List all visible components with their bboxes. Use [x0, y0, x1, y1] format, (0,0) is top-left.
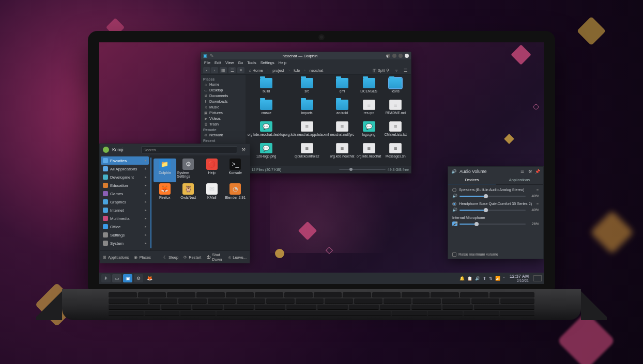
dolphin-titlebar[interactable]: ▣ ✎ neochat — Dolphin ▾ — [201, 52, 411, 59]
leave-button[interactable]: ⎋Leave... — [228, 255, 247, 260]
split-button[interactable]: ◫ Split — [375, 67, 382, 73]
tab-places[interactable]: ◉Places — [134, 255, 151, 260]
place-documents[interactable]: 🗎Documents — [203, 93, 243, 99]
task-systemsettings[interactable]: ⚙ — [134, 274, 143, 282]
mic-slider[interactable] — [460, 224, 526, 225]
tray-expand-icon[interactable]: ˄ — [503, 276, 505, 281]
launcher-button[interactable]: ✳ — [101, 274, 111, 282]
file-item[interactable]: build — [248, 78, 285, 100]
mute-icon[interactable]: 🔊 — [452, 194, 457, 198]
file-item[interactable]: ≡org.kde.neochat — [329, 143, 356, 165]
app-dolphin[interactable]: 📁Dolphin — [154, 159, 176, 182]
volume-tray-icon[interactable]: 🔊 — [475, 276, 480, 281]
file-item[interactable]: ≡org.kde.neochat — [356, 143, 382, 165]
menu-help[interactable]: Help — [279, 60, 286, 65]
place-home[interactable]: ⌂Home — [203, 82, 243, 87]
file-item[interactable]: 💬org.kde.neochat.desktop — [248, 121, 285, 143]
file-item[interactable]: ≡CMakeLists.txt — [382, 121, 409, 143]
menu-edit[interactable]: Edit — [215, 60, 221, 65]
menu-view[interactable]: View — [225, 60, 234, 65]
network-icon[interactable]: ⇅ — [489, 276, 493, 281]
crumb-kde[interactable]: kde — [292, 68, 301, 73]
search-icon[interactable]: ⚲ — [384, 67, 391, 73]
mute-icon[interactable]: 🔊 — [452, 208, 457, 212]
file-item[interactable]: ≡Messages.sh — [382, 143, 409, 165]
category-multimedia[interactable]: Multimedia▸ — [101, 214, 149, 223]
clock[interactable]: 12:37 AM2/10/21 — [510, 274, 529, 282]
place-music[interactable]: ♫Music — [203, 104, 243, 110]
file-item[interactable]: icons — [382, 78, 409, 100]
pager-button[interactable]: ▭ — [112, 274, 121, 282]
restart-button[interactable]: ⟳Restart — [183, 255, 201, 260]
category-games[interactable]: Games▸ — [101, 189, 149, 198]
zoom-slider[interactable] — [339, 169, 386, 170]
app-konsole[interactable]: >_Konsole — [224, 159, 247, 182]
app-blender-2.91[interactable]: ◔Blender 2.91 — [224, 183, 247, 207]
tab-devices[interactable]: Devices — [448, 176, 496, 184]
category-education[interactable]: Education▸ — [101, 181, 149, 189]
task-firefox[interactable]: 🦊 — [145, 274, 154, 282]
tab-applications[interactable]: Applications — [496, 176, 543, 184]
category-office[interactable]: Office▸ — [101, 223, 149, 231]
hamburger-icon[interactable]: ☰ — [402, 67, 409, 73]
back-button[interactable]: ‹ — [203, 67, 210, 73]
place-downloads[interactable]: ⬇Downloads — [203, 99, 243, 104]
category-favorites[interactable]: Favorites▸ — [101, 156, 149, 165]
file-item[interactable]: cmake — [248, 100, 285, 121]
configure-icon[interactable]: ⚒ — [527, 169, 532, 174]
place-network[interactable]: ⊕Network — [203, 132, 243, 138]
file-item[interactable]: src — [285, 78, 329, 100]
configure-icon[interactable]: ⚒ — [240, 147, 247, 153]
menu-icon[interactable]: ☰ — [519, 169, 525, 174]
menu-tools[interactable]: Tools — [247, 60, 256, 65]
pin-icon[interactable]: 📌 — [535, 169, 540, 174]
iconview-button[interactable]: ▦ — [220, 67, 227, 73]
app-system-settings[interactable]: ⚙System Settings — [177, 159, 200, 182]
app-firefox[interactable]: 🦊Firefox — [154, 183, 176, 207]
maximize-button[interactable] — [399, 54, 403, 58]
place-desktop[interactable]: ▭Desktop — [203, 87, 243, 93]
file-item[interactable]: qml — [329, 78, 356, 100]
file-item[interactable]: imports — [285, 100, 329, 121]
show-desktop-button[interactable] — [533, 275, 542, 281]
file-item[interactable]: ≡neochat.notifyrc — [329, 121, 356, 143]
file-item[interactable]: ≡org.kde.neochat.appdata.xml — [285, 121, 329, 143]
minimize-button[interactable] — [392, 54, 396, 58]
user-avatar[interactable] — [103, 147, 109, 153]
device-radio[interactable] — [452, 188, 456, 192]
menu-go[interactable]: Go — [238, 60, 243, 65]
category-settings[interactable]: Settings▸ — [101, 231, 149, 239]
crumb-project[interactable]: project — [271, 68, 286, 73]
device-menu-icon[interactable]: ≡ — [537, 187, 539, 192]
updates-icon[interactable]: ⬆ — [483, 276, 486, 281]
file-item[interactable]: ≡qtquickcontrols2 — [285, 143, 329, 165]
category-internet[interactable]: Internet▸ — [101, 206, 149, 214]
task-dolphin[interactable]: ▣ — [123, 274, 132, 282]
dolphin-file-grid[interactable]: buildsrcqmlLICENSESiconscmakeimportsandr… — [246, 75, 411, 172]
place-trash[interactable]: 🗑Trash — [203, 121, 243, 127]
category-system[interactable]: System▸ — [101, 239, 149, 247]
clipboard-icon[interactable]: 📋 — [467, 276, 472, 281]
category-development[interactable]: Development▸ — [101, 173, 149, 181]
forward-button[interactable]: › — [211, 67, 218, 73]
category-all-applications[interactable]: All Applications▸ — [101, 165, 149, 173]
wifi-icon[interactable]: 📶 — [495, 276, 500, 281]
notifications-icon[interactable]: 🔔 — [460, 276, 465, 281]
place-pictures[interactable]: ▣Pictures — [203, 110, 243, 116]
menu-file[interactable]: File — [204, 60, 210, 65]
file-item[interactable]: android — [329, 100, 356, 121]
raise-max-checkbox[interactable] — [452, 252, 456, 257]
filter-icon[interactable]: ▿ — [393, 67, 400, 73]
app-kmail[interactable]: ✉KMail — [201, 183, 223, 207]
breadcrumb[interactable]: ⌂ Home›project›kde›neochat — [248, 68, 374, 73]
file-item[interactable]: 💬logo.png — [356, 121, 382, 143]
file-item[interactable]: ≡res.qrc — [356, 100, 382, 121]
crumb-neochat[interactable]: neochat — [308, 68, 325, 73]
menu-settings[interactable]: Settings — [261, 60, 274, 65]
detailview-button[interactable]: ≡ — [237, 67, 244, 73]
volume-slider[interactable] — [460, 196, 526, 197]
category-graphics[interactable]: Graphics▸ — [101, 198, 149, 206]
shutdown-button[interactable]: ⏻Shut Down — [206, 252, 223, 262]
tab-applications[interactable]: ⊞Applications — [103, 255, 129, 260]
app-owlsnest[interactable]: 🦉OwlsNest — [177, 183, 200, 207]
